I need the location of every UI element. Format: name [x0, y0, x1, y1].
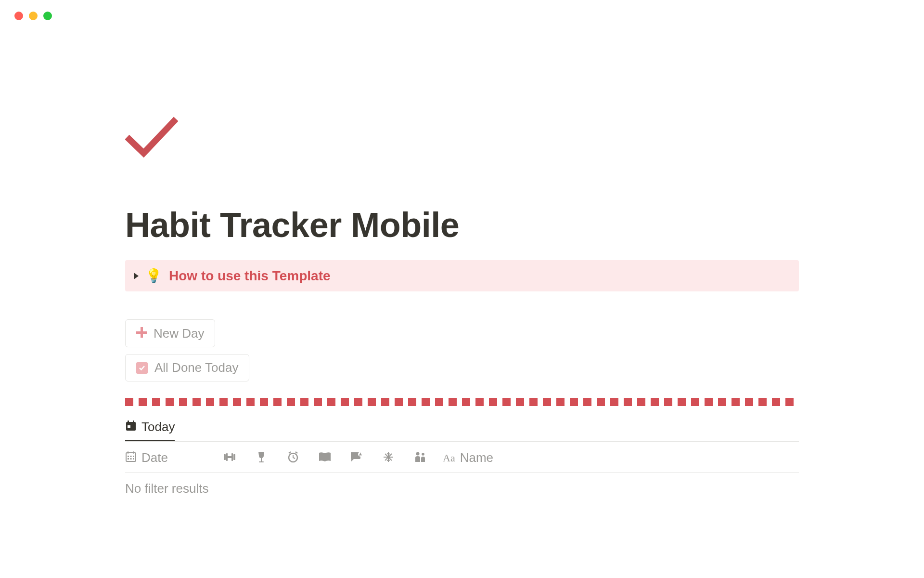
svg-rect-12	[128, 458, 129, 460]
svg-rect-16	[226, 453, 228, 461]
svg-rect-13	[130, 458, 132, 460]
callout-title: How to use this Template	[169, 268, 331, 284]
svg-point-25	[422, 453, 424, 456]
all-done-today-button[interactable]: All Done Today	[125, 354, 249, 381]
svg-rect-10	[130, 456, 132, 457]
svg-rect-3	[128, 420, 129, 423]
svg-rect-21	[259, 461, 264, 462]
svg-rect-9	[128, 456, 129, 457]
dotted-divider	[125, 398, 799, 406]
empty-results-text: No filter results	[125, 473, 799, 505]
snowflake-icon	[383, 451, 394, 465]
column-name-label: Name	[460, 450, 493, 465]
svg-rect-18	[231, 453, 233, 461]
tab-today-label: Today	[141, 420, 175, 434]
calendar-today-icon	[125, 420, 137, 434]
window-controls	[0, 0, 924, 20]
lightbulb-icon: 💡	[145, 268, 162, 284]
text-aa-icon: Aa	[443, 452, 455, 464]
svg-rect-7	[128, 451, 128, 454]
page-checkmark-icon	[125, 117, 799, 162]
table-header: Date	[125, 442, 799, 473]
dumbbell-icon	[223, 452, 236, 464]
new-day-label: New Day	[154, 326, 204, 341]
column-book[interactable]	[316, 452, 334, 464]
people-icon	[413, 451, 427, 465]
page-title: Habit Tracker Mobile	[125, 205, 799, 245]
how-to-callout[interactable]: 💡 How to use this Template	[125, 260, 799, 291]
window-maximize-button[interactable]	[43, 12, 52, 20]
svg-rect-8	[133, 451, 134, 454]
svg-point-24	[416, 452, 420, 455]
window-close-button[interactable]	[14, 12, 23, 20]
column-people[interactable]	[411, 451, 429, 465]
column-date-label: Date	[141, 450, 168, 465]
chat-star-icon	[350, 451, 363, 465]
wine-glass-icon	[257, 451, 266, 465]
alarm-clock-icon	[287, 451, 299, 465]
window-minimize-button[interactable]	[29, 12, 38, 20]
book-icon	[318, 452, 332, 464]
svg-rect-20	[261, 458, 262, 461]
svg-rect-11	[133, 456, 134, 457]
svg-rect-1	[136, 331, 147, 334]
all-done-label: All Done Today	[154, 360, 238, 375]
column-name[interactable]: Aa Name	[443, 450, 493, 465]
new-day-button[interactable]: New Day	[125, 319, 215, 347]
checkbox-icon	[136, 362, 148, 374]
svg-rect-15	[224, 454, 226, 460]
tab-today[interactable]: Today	[125, 420, 175, 442]
svg-rect-4	[133, 420, 134, 423]
svg-rect-5	[128, 425, 130, 428]
toggle-triangle-icon[interactable]	[134, 273, 139, 279]
column-date[interactable]: Date	[125, 450, 207, 465]
svg-rect-14	[133, 458, 134, 460]
column-wine-glass[interactable]	[252, 451, 270, 465]
column-alarm-clock[interactable]	[284, 451, 302, 465]
svg-rect-19	[233, 454, 235, 460]
svg-rect-17	[228, 456, 231, 458]
column-snowflake[interactable]	[379, 451, 398, 465]
plus-icon	[136, 326, 147, 341]
column-chat-star[interactable]	[347, 451, 366, 465]
calendar-grid-icon	[125, 451, 137, 465]
column-dumbbell[interactable]	[220, 452, 239, 464]
